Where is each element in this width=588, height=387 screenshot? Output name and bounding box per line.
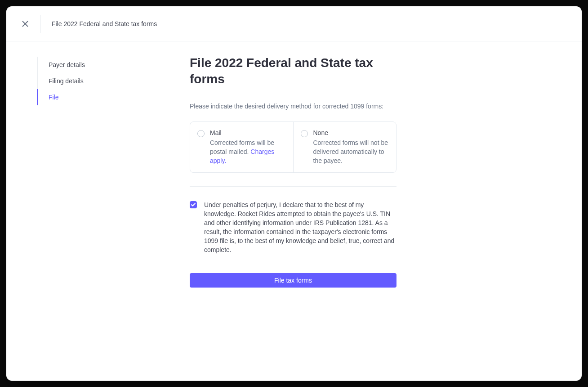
- header-divider: [40, 15, 41, 33]
- radio-icon: [301, 130, 308, 137]
- option-mail[interactable]: Mail Corrected forms will be postal mail…: [190, 122, 293, 172]
- close-button[interactable]: [19, 18, 31, 30]
- option-title: None: [313, 129, 389, 136]
- content-area: File 2022 Federal and State tax forms Pl…: [141, 55, 411, 381]
- close-icon: [22, 21, 28, 27]
- radio-icon: [197, 130, 205, 137]
- delivery-instruction: Please indicate the desired delivery met…: [190, 102, 411, 111]
- declaration-text: Under penalties of perjury, I declare th…: [204, 200, 396, 254]
- option-desc-text: Corrected forms will not be delivered au…: [313, 139, 388, 164]
- option-desc: Corrected forms will not be delivered au…: [313, 138, 389, 165]
- declaration-checkbox[interactable]: [190, 201, 197, 208]
- option-body: Mail Corrected forms will be postal mail…: [210, 129, 286, 165]
- modal-body: Payer details Filing details File File 2…: [6, 41, 582, 381]
- option-none[interactable]: None Corrected forms will not be deliver…: [293, 122, 396, 172]
- sidebar-item-payer-details[interactable]: Payer details: [37, 57, 141, 73]
- header-title: File 2022 Federal and State tax forms: [52, 20, 157, 27]
- modal-window: File 2022 Federal and State tax forms Pa…: [6, 6, 582, 381]
- horizontal-rule: [190, 186, 396, 187]
- option-title: Mail: [210, 129, 286, 136]
- sidebar-item-file[interactable]: File: [37, 89, 141, 105]
- checkmark-icon: [191, 203, 196, 207]
- file-tax-forms-button[interactable]: File tax forms: [190, 273, 396, 288]
- modal-header: File 2022 Federal and State tax forms: [6, 6, 582, 41]
- option-body: None Corrected forms will not be deliver…: [313, 129, 389, 165]
- sidebar-item-filing-details[interactable]: Filing details: [37, 73, 141, 89]
- page-title: File 2022 Federal and State tax forms: [190, 55, 396, 87]
- option-desc: Corrected forms will be postal mailed. C…: [210, 138, 286, 165]
- perjury-declaration: Under penalties of perjury, I declare th…: [190, 200, 396, 254]
- sidebar: Payer details Filing details File: [6, 55, 141, 381]
- delivery-options: Mail Corrected forms will be postal mail…: [190, 122, 396, 173]
